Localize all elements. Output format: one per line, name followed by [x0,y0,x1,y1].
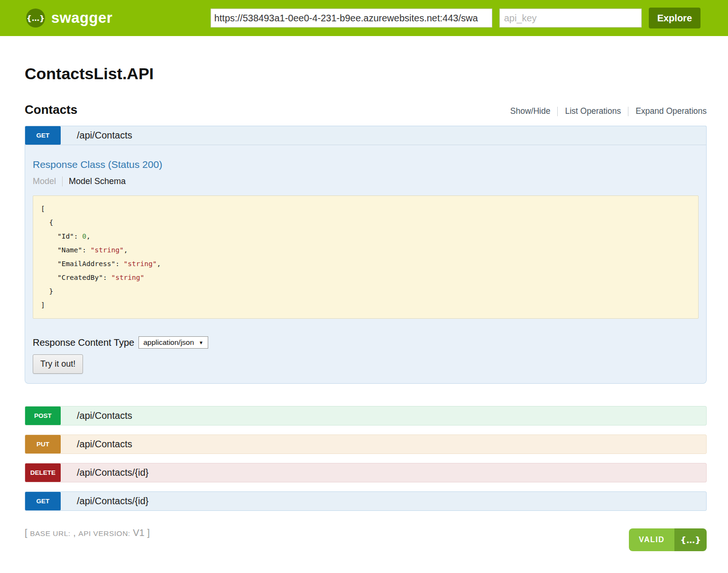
list-operations-link[interactable]: List Operations [565,106,621,116]
operation-path[interactable]: /api/Contacts [61,126,132,145]
operation-post-contacts: POST /api/Contacts [25,406,707,425]
resource-links: Show/Hide List Operations Expand Operati… [510,106,707,116]
model-tabs: Model Model Schema [33,176,699,186]
main-content: ContactsList.API Contacts Show/Hide List… [0,64,728,538]
operation-path[interactable]: /api/Contacts [61,407,132,425]
link-divider [557,107,558,116]
footer-comma: , [73,527,76,538]
operation-get-contacts-id: GET /api/Contacts/{id} [25,491,707,511]
operation-header-delete-contacts-id[interactable]: DELETE /api/Contacts/{id} [25,463,707,482]
operation-header-get-contacts[interactable]: GET /api/Contacts [25,126,707,145]
api-version-label: API VERSION: [78,529,130,537]
valid-label: VALID [629,528,674,551]
operation-path[interactable]: /api/Contacts/{id} [61,492,148,510]
base-url-label: BASE URL: [30,529,70,537]
resource-header: Contacts Show/Hide List Operations Expan… [25,102,707,117]
link-divider [628,107,628,116]
try-it-out-button[interactable]: Try it out! [33,354,83,374]
response-content-type-select[interactable]: application/json ▼ [138,336,208,349]
method-badge-get: GET [25,126,61,145]
explore-button[interactable]: Explore [649,8,700,28]
operation-path[interactable]: /api/Contacts [61,435,132,453]
operation-delete-contacts-id: DELETE /api/Contacts/{id} [25,463,707,482]
model-schema-code: [ { "Id": 0, "Name": "string", "EmailAdd… [33,195,699,319]
api-footer: [ BASE URL: , API VERSION: v1 ] [25,527,707,538]
footer-bracket: ] [147,527,150,538]
api-key-input[interactable] [499,9,642,28]
base-url-input[interactable] [211,9,492,28]
selected-content-type: application/json [143,338,194,347]
operation-header-post-contacts[interactable]: POST /api/Contacts [25,406,707,425]
method-badge-post: POST [25,407,61,425]
header-bar: {…} swagger Explore [0,0,728,36]
swagger-brackets-icon: {…} [26,9,45,28]
expand-operations-link[interactable]: Expand Operations [636,106,707,116]
method-badge-delete: DELETE [25,463,61,482]
resource-title: Contacts [25,102,77,117]
operation-body: Response Class (Status 200) Model Model … [25,145,707,384]
response-class-heading: Response Class (Status 200) [33,158,699,171]
method-badge-put: PUT [25,435,61,453]
operation-header-put-contacts[interactable]: PUT /api/Contacts [25,434,707,454]
operation-path[interactable]: /api/Contacts/{id} [61,463,148,482]
validator-badge[interactable]: VALID {…} [629,528,707,551]
operation-put-contacts: PUT /api/Contacts [25,434,707,454]
method-badge-get: GET [25,492,61,510]
response-content-type-row: Response Content Type application/json ▼ [33,336,699,349]
show-hide-link[interactable]: Show/Hide [510,106,551,116]
tab-model-schema[interactable]: Model Schema [63,176,126,186]
page-title: ContactsList.API [25,64,707,83]
tab-model[interactable]: Model [33,176,63,186]
footer-bracket: [ [25,527,28,538]
operation-get-contacts: GET /api/Contacts Response Class (Status… [25,126,707,384]
brand-name: swagger [51,9,112,27]
response-content-type-label: Response Content Type [33,337,134,348]
dropdown-arrow-icon: ▼ [199,340,203,345]
api-version-value: v1 [133,527,144,538]
validator-brackets-icon: {…} [674,528,707,551]
operation-header-get-contacts-id[interactable]: GET /api/Contacts/{id} [25,491,707,511]
swagger-logo[interactable]: {…} swagger [26,9,112,28]
